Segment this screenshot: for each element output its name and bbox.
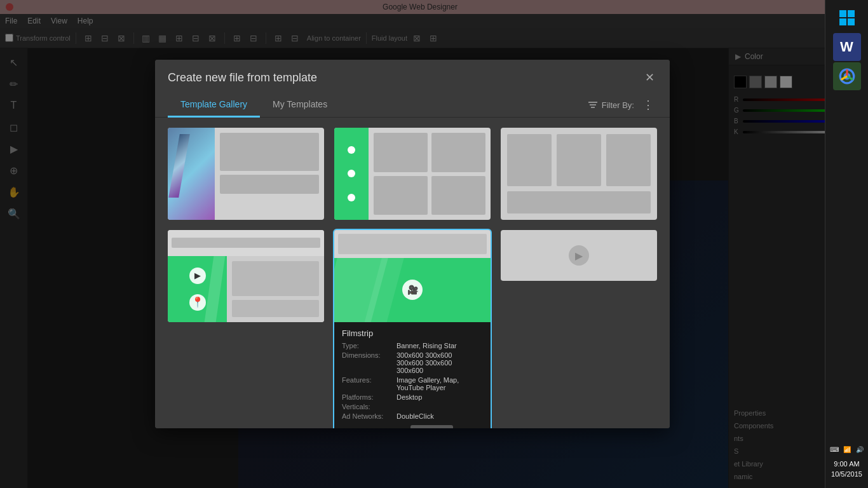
tmpl2-box-2 xyxy=(431,133,485,172)
use-button[interactable]: USE xyxy=(410,425,453,428)
template-card-2[interactable] xyxy=(334,128,491,220)
info-row-verticals: Verticals: xyxy=(342,403,483,410)
tmpl1-box-medium xyxy=(220,175,319,194)
tab-my-templates[interactable]: My Templates xyxy=(260,93,340,118)
speaker-icon[interactable]: 🔊 xyxy=(855,444,865,454)
tmpl1-box-large xyxy=(220,133,319,171)
windows-start-button[interactable] xyxy=(833,4,861,32)
info-row-features: Features: Image Gallery, Map, YouTube Pl… xyxy=(342,376,483,391)
filter-by-button[interactable]: Filter By: xyxy=(588,100,634,110)
modal-tabs: Template Gallery My Templates Filter By:… xyxy=(155,93,670,118)
tmpl4-play-icon: ▶ xyxy=(189,268,206,284)
template-preview-3 xyxy=(501,128,657,220)
info-dimensions-value: 300x600 300x600 300x600 300x600 300x600 xyxy=(397,351,483,374)
svg-rect-7 xyxy=(848,10,855,17)
tmpl2-row-2 xyxy=(374,176,485,215)
template-card-3[interactable] xyxy=(501,128,657,220)
template-preview-6: ▶ xyxy=(501,230,657,281)
modal-overlay: Create new file from template ✕ Template… xyxy=(0,0,825,488)
tmpl5-green-area: 🎥 xyxy=(334,258,491,323)
tmpl1-right-col xyxy=(215,128,324,220)
chrome-icon xyxy=(838,67,856,85)
current-time: 9:00 AM xyxy=(831,459,862,469)
template-info-panel: Filmstrip Type: Banner, Rising Star Dime… xyxy=(334,322,491,428)
tmpl2-dot-3 xyxy=(348,194,355,201)
info-row-platforms: Platforms: Desktop xyxy=(342,393,483,401)
tmpl2-dot-1 xyxy=(348,146,355,154)
more-menu-button[interactable]: ⋮ xyxy=(639,96,657,114)
signal-icon[interactable]: 📶 xyxy=(842,444,852,454)
template-card-6[interactable]: ▶ xyxy=(501,230,657,281)
dim-line-1: 300x600 300x600 xyxy=(397,351,452,359)
tmpl3-top xyxy=(507,134,651,186)
word-taskbar-icon[interactable]: W xyxy=(833,33,861,61)
template-preview-1 xyxy=(168,128,324,220)
info-adnetworks-label: Ad Networks: xyxy=(342,412,393,420)
info-verticals-label: Verticals: xyxy=(342,403,393,410)
tmpl3-box-2 xyxy=(557,134,601,186)
svg-rect-9 xyxy=(848,18,855,25)
tmpl2-box-4 xyxy=(431,176,485,215)
modal-body: ▶ 📍 xyxy=(155,118,670,428)
info-platforms-value: Desktop xyxy=(397,393,483,401)
keyboard-icon[interactable]: ⌨ xyxy=(829,444,839,454)
svg-rect-6 xyxy=(839,10,846,17)
filter-icon xyxy=(588,100,598,109)
template-preview-4: ▶ 📍 xyxy=(168,230,324,322)
info-platforms-label: Platforms: xyxy=(342,393,393,401)
tmpl4-right-col xyxy=(227,256,324,322)
tmpl4-top-box xyxy=(172,238,320,248)
info-features-value: Image Gallery, Map, YouTube Player xyxy=(397,376,483,391)
tmpl2-dot-2 xyxy=(348,170,355,177)
info-type-label: Type: xyxy=(342,342,393,349)
tmpl4-green-col: ▶ 📍 xyxy=(168,256,227,322)
tmpl5-top xyxy=(334,230,491,258)
tmpl4-stripe xyxy=(205,256,226,322)
taskbar-time-display: 9:00 AM 10/5/2015 xyxy=(831,459,862,479)
template-preview-2 xyxy=(334,128,491,220)
tmpl4-main: ▶ 📍 xyxy=(168,256,324,322)
info-verticals-value xyxy=(397,403,483,410)
dim-line-2: 300x600 300x600 xyxy=(397,359,452,367)
tmpl2-box-1 xyxy=(374,133,428,172)
notify-icons: ⌨ 📶 🔊 xyxy=(829,444,865,454)
info-adnetworks-value: DoubleClick xyxy=(397,412,483,420)
tmpl1-left-col xyxy=(168,128,215,220)
filter-label: Filter By: xyxy=(602,100,634,110)
word-icon-label: W xyxy=(840,39,853,55)
create-template-modal: Create new file from template ✕ Template… xyxy=(155,60,670,428)
taskbar-bottom-area: ⌨ 📶 🔊 9:00 AM 10/5/2015 xyxy=(829,444,865,484)
info-type-value: Banner, Rising Star xyxy=(397,342,483,349)
info-features-label: Features: xyxy=(342,376,393,384)
chrome-taskbar-icon[interactable] xyxy=(833,62,861,90)
modal-header: Create new file from template ✕ xyxy=(155,60,670,93)
info-dimensions-label: Dimensions: xyxy=(342,351,393,359)
tmpl3-box-1 xyxy=(507,134,552,186)
template-card-4[interactable]: ▶ 📍 xyxy=(168,230,324,322)
tab-template-gallery[interactable]: Template Gallery xyxy=(168,93,260,118)
modal-close-button[interactable]: ✕ xyxy=(642,70,657,85)
tmpl3-bottom xyxy=(507,191,651,214)
tmpl4-top-bar xyxy=(168,230,324,256)
tmpl6-icon: ▶ xyxy=(569,245,589,266)
svg-rect-8 xyxy=(839,18,846,25)
tmpl4-box-main xyxy=(232,261,319,296)
preview-play-icon xyxy=(347,428,357,428)
dim-line-3: 300x600 xyxy=(397,367,423,374)
modal-tab-filter: Filter By: ⋮ xyxy=(588,96,657,114)
tmpl3-box-3 xyxy=(606,134,651,186)
tmpl4-location-icon: 📍 xyxy=(189,294,206,311)
template-preview-5: 🎥 xyxy=(334,230,491,322)
tmpl1-stripe xyxy=(168,134,190,198)
template-card-1[interactable] xyxy=(168,128,324,220)
template-card-5-preview: 🎥 xyxy=(334,230,491,322)
tmpl2-right-col xyxy=(369,128,491,220)
info-panel-title: Filmstrip xyxy=(342,329,483,338)
modal-title: Create new file from template xyxy=(168,71,317,85)
preview-button[interactable]: PREVIEW ▾ xyxy=(342,425,405,428)
current-date: 10/5/2015 xyxy=(831,470,862,479)
template-card-5[interactable]: 🎥 Filmstrip Type: Banner, Rising Star Di… xyxy=(334,230,491,428)
tmpl2-left-col xyxy=(334,128,369,220)
info-actions: PREVIEW ▾ USE xyxy=(342,425,483,428)
tmpl2-row-1 xyxy=(374,133,485,172)
